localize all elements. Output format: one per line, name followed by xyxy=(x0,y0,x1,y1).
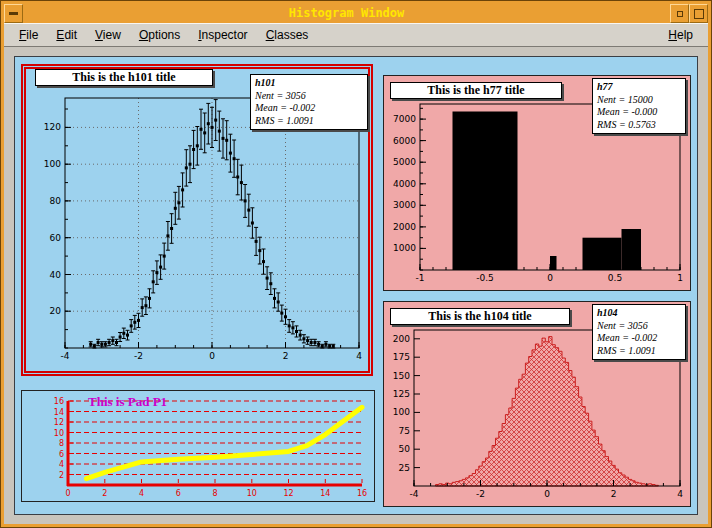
stats-line: Mean = -0.002 xyxy=(597,332,681,345)
menu-item-view[interactable]: View xyxy=(86,26,130,44)
svg-text:60: 60 xyxy=(50,233,62,243)
menu-item-help[interactable]: Help xyxy=(659,26,702,44)
svg-text:-4: -4 xyxy=(61,351,70,361)
svg-text:4: 4 xyxy=(139,489,144,498)
svg-text:0: 0 xyxy=(547,273,553,283)
svg-text:4: 4 xyxy=(677,489,683,499)
h77-title-box[interactable]: This is the h77 title xyxy=(390,82,562,99)
pad-p1[interactable]: 0246810121416246810121416 This is Pad P1 xyxy=(21,390,375,502)
svg-text:8: 8 xyxy=(59,439,64,448)
svg-text:6: 6 xyxy=(59,450,64,459)
stats-line: Nent = 3056 xyxy=(255,90,363,103)
pad-h101[interactable]: -4-202420406080100120 This is the h101 t… xyxy=(21,64,373,376)
menu-item-options[interactable]: Options xyxy=(130,26,189,44)
stats-line: Nent = 3056 xyxy=(597,320,681,333)
svg-text:150: 150 xyxy=(393,371,410,381)
iconify-icon xyxy=(677,11,683,17)
svg-text:-1: -1 xyxy=(416,273,425,283)
svg-text:80: 80 xyxy=(50,196,62,206)
svg-text:10: 10 xyxy=(54,429,64,438)
h101-title-box[interactable]: This is the h101 title xyxy=(35,69,213,86)
svg-text:200: 200 xyxy=(393,334,410,344)
svg-text:14: 14 xyxy=(320,489,330,498)
stats-line: Mean = -0.000 xyxy=(597,106,681,119)
svg-text:2: 2 xyxy=(102,489,107,498)
stats-line: RMS = 0.5763 xyxy=(597,119,681,132)
svg-text:2: 2 xyxy=(59,471,64,480)
window-titlebar[interactable]: Histogram Window xyxy=(4,4,708,23)
svg-text:0: 0 xyxy=(209,351,215,361)
stats-hist-name: h77 xyxy=(597,81,681,94)
svg-text:40: 40 xyxy=(50,270,62,280)
svg-text:2000: 2000 xyxy=(393,222,416,232)
svg-text:4: 4 xyxy=(356,351,362,361)
svg-text:3000: 3000 xyxy=(393,200,416,210)
p1-title-text: This is Pad P1 xyxy=(88,394,167,410)
svg-text:6000: 6000 xyxy=(393,136,416,146)
pad-h104[interactable]: -4-2024255075100125150175200 This is the… xyxy=(383,301,691,507)
stats-hist-name: h101 xyxy=(255,77,363,90)
svg-text:10: 10 xyxy=(247,489,257,498)
app-window: Histogram Window File Edit View Options … xyxy=(0,0,712,528)
svg-text:125: 125 xyxy=(393,389,410,399)
root-canvas[interactable]: -4-202420406080100120 This is the h101 t… xyxy=(14,56,698,515)
svg-text:100: 100 xyxy=(44,159,61,169)
maximize-button[interactable] xyxy=(689,4,708,23)
h101-stats-box[interactable]: h101 Nent = 3056 Mean = -0.002 RMS = 1.0… xyxy=(250,74,368,130)
svg-text:0.5: 0.5 xyxy=(608,273,622,283)
window-title: Histogram Window xyxy=(23,4,670,23)
svg-text:1000: 1000 xyxy=(393,243,416,253)
svg-text:1: 1 xyxy=(677,273,683,283)
menu-bar: File Edit View Options Inspector Classes… xyxy=(4,23,708,47)
svg-text:175: 175 xyxy=(393,352,410,362)
stats-hist-name: h104 xyxy=(597,307,681,320)
p1-plot[interactable]: 0246810121416246810121416 xyxy=(22,391,374,501)
svg-text:-0.5: -0.5 xyxy=(476,273,494,283)
svg-text:7000: 7000 xyxy=(393,114,416,124)
svg-text:12: 12 xyxy=(54,418,64,427)
svg-text:75: 75 xyxy=(399,426,410,436)
svg-text:20: 20 xyxy=(50,306,62,316)
svg-text:6: 6 xyxy=(176,489,181,498)
svg-text:-2: -2 xyxy=(134,351,143,361)
menu-item-classes[interactable]: Classes xyxy=(257,26,318,44)
menu-item-edit[interactable]: Edit xyxy=(47,26,86,44)
maximize-icon xyxy=(694,9,704,19)
pad-h77[interactable]: -1-0.500.511000200030004000500060007000 … xyxy=(383,75,691,291)
h104-title-box[interactable]: This is the h104 title xyxy=(390,308,570,325)
svg-text:5000: 5000 xyxy=(393,157,416,167)
svg-text:16: 16 xyxy=(54,397,64,406)
svg-text:16: 16 xyxy=(357,489,367,498)
stats-line: RMS = 1.0091 xyxy=(255,115,363,128)
window-menu-icon xyxy=(9,12,18,15)
svg-text:12: 12 xyxy=(283,489,293,498)
svg-text:120: 120 xyxy=(44,122,61,132)
svg-text:50: 50 xyxy=(399,444,411,454)
stats-line: Nent = 15000 xyxy=(597,94,681,107)
svg-text:4000: 4000 xyxy=(393,179,416,189)
stats-line: Mean = -0.002 xyxy=(255,102,363,115)
menu-item-inspector[interactable]: Inspector xyxy=(189,26,256,44)
menu-item-file[interactable]: File xyxy=(10,26,47,44)
svg-text:4: 4 xyxy=(59,460,64,469)
h104-stats-box[interactable]: h104 Nent = 3056 Mean = -0.002 RMS = 1.0… xyxy=(592,304,686,360)
svg-text:100: 100 xyxy=(393,407,410,417)
svg-text:-2: -2 xyxy=(476,489,485,499)
svg-text:25: 25 xyxy=(399,463,410,473)
stats-line: RMS = 1.0091 xyxy=(597,345,681,358)
h77-stats-box[interactable]: h77 Nent = 15000 Mean = -0.000 RMS = 0.5… xyxy=(592,78,686,134)
window-menu-button[interactable] xyxy=(4,4,23,23)
svg-text:-4: -4 xyxy=(410,489,419,499)
iconify-button[interactable] xyxy=(670,4,689,23)
svg-text:8: 8 xyxy=(212,489,217,498)
svg-text:14: 14 xyxy=(54,408,64,417)
svg-text:0: 0 xyxy=(65,489,70,498)
svg-text:2: 2 xyxy=(283,351,289,361)
window-content: -4-202420406080100120 This is the h101 t… xyxy=(4,47,708,524)
svg-text:0: 0 xyxy=(544,489,550,499)
svg-text:2: 2 xyxy=(611,489,617,499)
